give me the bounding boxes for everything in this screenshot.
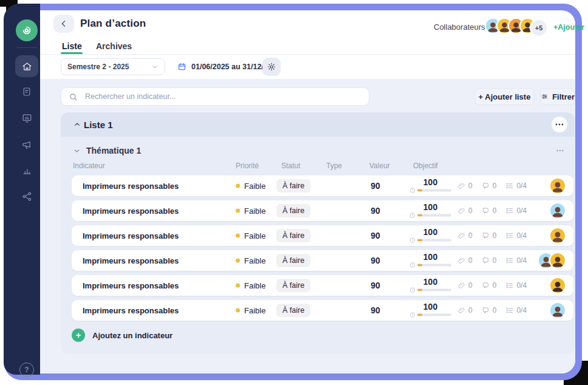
list-header[interactable]: Liste 1 [61, 112, 575, 137]
list-menu-button[interactable] [552, 117, 567, 132]
status-chip[interactable]: À faire [276, 304, 310, 317]
comments-counter[interactable]: 0 [482, 231, 497, 240]
attachments-counter[interactable]: 0 [457, 256, 473, 265]
objectif-value: 100 [423, 228, 437, 236]
collaborator-avatars[interactable] [485, 18, 536, 34]
indicator-name[interactable]: Imprimeurs responsables [83, 281, 179, 290]
checklist-counter[interactable]: 0/4 [505, 182, 527, 190]
row-avatars[interactable] [549, 202, 566, 219]
theme-menu-button[interactable] [556, 145, 564, 154]
comments-counter[interactable]: 0 [482, 306, 497, 315]
indicator-name[interactable]: Imprimeurs responsables [83, 206, 179, 216]
checklist-counter[interactable]: 0/4 [505, 206, 527, 215]
list-section: Liste 1 Thématique 1 Indicateur Priorité… [61, 112, 575, 354]
priority-dot [236, 308, 240, 313]
attachments-count: 0 [468, 256, 473, 265]
paperclip-icon [457, 306, 466, 315]
clock-icon [409, 213, 415, 219]
theme-section: Thématique 1 Indicateur Priorité Statut … [61, 137, 575, 354]
objectif-progress-fill [417, 214, 422, 217]
priority-dot [236, 234, 240, 238]
objectif-cell: 100 [405, 303, 456, 318]
sidebar-item-home[interactable] [15, 55, 38, 77]
priority-cell: Faible [236, 281, 265, 290]
tab-liste[interactable]: Liste [62, 41, 82, 51]
attachments-counter[interactable]: 0 [457, 306, 473, 315]
attachments-counter[interactable]: 0 [457, 206, 473, 215]
comments-counter[interactable]: 0 [482, 281, 497, 290]
priority-dot [236, 209, 240, 213]
paperclip-icon [457, 206, 466, 215]
sidebar: ? [4, 4, 40, 375]
sidebar-item-announcements[interactable] [15, 134, 38, 155]
indicator-row[interactable]: Imprimeurs responsables Faible À faire 9… [72, 275, 573, 296]
indicator-row[interactable]: Imprimeurs responsables Faible À faire 9… [72, 225, 573, 246]
help-icon[interactable]: ? [19, 363, 34, 377]
indicator-row[interactable]: Imprimeurs responsables Faible À faire 9… [72, 200, 573, 221]
tab-archives[interactable]: Archives [96, 41, 132, 51]
add-indicator-button[interactable]: + Ajoutez un indicateur [72, 329, 173, 342]
comments-counter[interactable]: 0 [482, 182, 497, 190]
checklist-counter[interactable]: 0/4 [505, 256, 527, 265]
col-objectif: Objectif [413, 162, 438, 170]
status-chip[interactable]: À faire [276, 179, 310, 192]
sidebar-item-analytics[interactable] [15, 159, 38, 181]
indicator-row[interactable]: Imprimeurs responsables Faible À faire 9… [72, 300, 573, 321]
attachments-counter[interactable]: 0 [457, 231, 473, 240]
checklist-counter[interactable]: 0/4 [505, 281, 527, 290]
value-cell: 90 [357, 206, 394, 216]
settings-button[interactable] [262, 58, 281, 76]
theme-header[interactable]: Thématique 1 [61, 137, 575, 158]
filter-button[interactable]: Filtrer [541, 88, 575, 105]
chevron-down-icon[interactable] [73, 147, 81, 155]
row-avatars[interactable] [538, 252, 566, 269]
indicator-row[interactable]: Imprimeurs responsables Faible À faire 9… [72, 175, 573, 196]
indicator-name[interactable]: Imprimeurs responsables [83, 182, 179, 191]
clock-icon [409, 262, 415, 268]
col-type: Type [326, 162, 342, 170]
row-avatars[interactable] [549, 302, 566, 319]
objectif-progress-fill [417, 264, 422, 267]
add-collaborator-button[interactable]: +Ajouter [553, 23, 584, 32]
indicator-name[interactable]: Imprimeurs responsables [83, 256, 179, 265]
indicator-row[interactable]: Imprimeurs responsables Faible À faire 9… [72, 250, 573, 271]
checklist-counter[interactable]: 0/4 [505, 306, 527, 315]
row-avatars[interactable] [549, 227, 566, 244]
search-input[interactable] [84, 92, 361, 101]
app-logo-icon [16, 19, 38, 41]
attachments-counter[interactable]: 0 [457, 182, 473, 190]
indicator-name[interactable]: Imprimeurs responsables [83, 306, 179, 315]
plus-icon: + [72, 329, 85, 342]
status-chip[interactable]: À faire [276, 229, 310, 242]
objectif-cell: 100 [405, 203, 456, 219]
status-chip[interactable]: À faire [276, 204, 310, 217]
sidebar-item-network[interactable] [15, 185, 38, 207]
back-button[interactable] [53, 15, 74, 33]
checklist-counter[interactable]: 0/4 [505, 231, 527, 240]
sidebar-item-documents[interactable] [15, 81, 38, 103]
checklist-count: 0/4 [516, 206, 527, 215]
checklist-icon [505, 306, 514, 315]
row-avatars[interactable] [549, 277, 566, 294]
add-list-label: + Ajouter liste [479, 92, 531, 101]
period-select[interactable]: Semestre 2 - 2025 [61, 58, 165, 75]
chevron-up-icon[interactable] [73, 120, 81, 129]
row-meta: 0 0 0/4 [457, 256, 527, 265]
attachments-counter[interactable]: 0 [457, 281, 473, 290]
row-meta: 0 0 0/4 [457, 306, 527, 315]
priority-cell: Faible [236, 231, 265, 240]
comments-counter[interactable]: 0 [482, 256, 497, 265]
status-chip[interactable]: À faire [276, 279, 310, 292]
indicator-name[interactable]: Imprimeurs responsables [83, 231, 179, 240]
add-list-button[interactable]: + Ajouter liste [474, 88, 535, 105]
comments-counter[interactable]: 0 [482, 206, 497, 215]
collaborators-overflow-badge[interactable]: +5 [530, 19, 548, 37]
objectif-progress-fill [417, 289, 422, 291]
sidebar-item-dashboard[interactable] [15, 107, 38, 129]
checklist-count: 0/4 [516, 182, 527, 190]
objectif-progress-fill [417, 189, 422, 192]
checklist-icon [505, 231, 514, 240]
row-avatars[interactable] [549, 177, 566, 194]
priority-cell: Faible [236, 256, 265, 265]
status-chip[interactable]: À faire [276, 254, 310, 267]
